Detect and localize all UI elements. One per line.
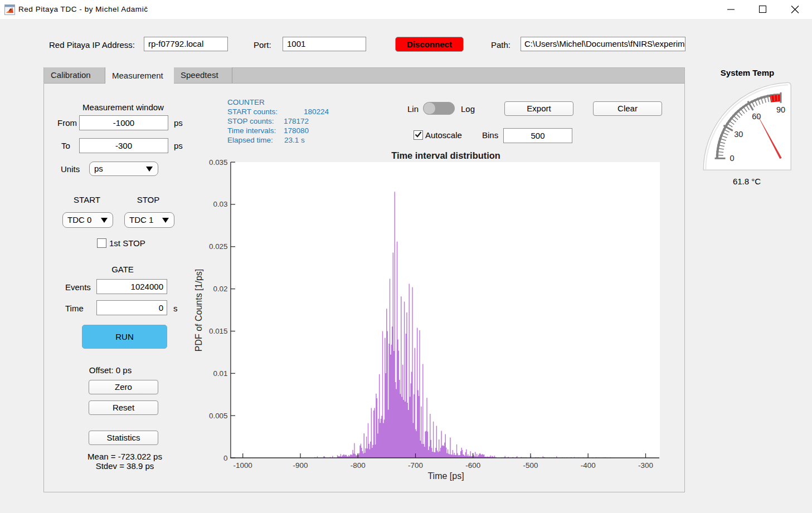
- svg-text:-500: -500: [523, 461, 538, 470]
- svg-text:30: 30: [734, 130, 743, 139]
- svg-text:0.01: 0.01: [213, 369, 227, 378]
- svg-text:-900: -900: [293, 461, 308, 470]
- svg-text:Time [ps]: Time [ps]: [427, 471, 464, 481]
- svg-text:-700: -700: [408, 461, 423, 470]
- svg-text:-400: -400: [581, 461, 596, 470]
- svg-text:0.025: 0.025: [209, 242, 228, 251]
- svg-text:PDF of Counts [1/ps]: PDF of Counts [1/ps]: [194, 269, 203, 352]
- svg-text:-600: -600: [465, 461, 480, 470]
- svg-text:0.005: 0.005: [209, 412, 228, 420]
- svg-text:0.035: 0.035: [209, 158, 228, 167]
- svg-text:0: 0: [730, 154, 734, 163]
- svg-text:-800: -800: [351, 461, 366, 470]
- svg-text:-300: -300: [638, 461, 653, 470]
- svg-text:0.02: 0.02: [213, 285, 227, 293]
- svg-text:0.015: 0.015: [209, 327, 228, 335]
- svg-text:-1000: -1000: [234, 461, 252, 470]
- svg-text:0.03: 0.03: [213, 200, 227, 208]
- svg-text:0: 0: [223, 454, 227, 462]
- svg-text:90: 90: [776, 105, 785, 114]
